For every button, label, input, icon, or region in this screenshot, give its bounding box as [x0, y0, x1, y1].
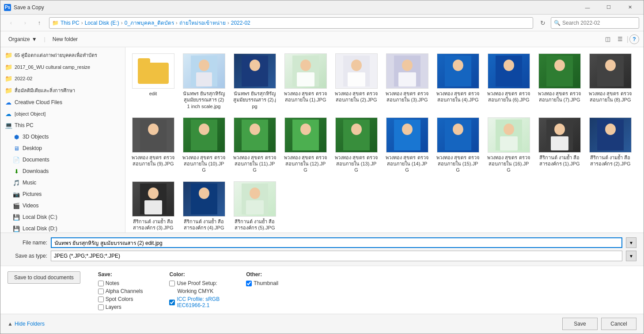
creative-cloud-icon: ☁	[5, 99, 12, 106]
sidebar-item-desktop[interactable]: 🖥 Desktop	[0, 143, 125, 154]
sidebar-item-documents[interactable]: 📄 Documents	[0, 154, 125, 165]
view-details-button[interactable]: ☰	[614, 34, 626, 45]
list-item[interactable]: พวงทอง สุขดร ตรวจสอบภายใน (15).JPG	[435, 116, 481, 175]
use-proof-label: Use Proof Setup:	[177, 280, 217, 286]
svg-rect-23	[551, 72, 568, 86]
list-item[interactable]: พวงทอง สุขดร ตรวจสอบภายใน (8).JPG	[587, 52, 633, 111]
list-item[interactable]: นันทพร ยันรสุกหิรัญ สูมมัยบรรณสาร (2).jp…	[231, 52, 278, 111]
list-item[interactable]: พวงทอง สุขดร ตรวจสอบภายใน (14).JPG	[384, 116, 430, 175]
computer-icon: 💻	[5, 122, 12, 129]
save-button[interactable]: Save	[562, 318, 598, 330]
list-item[interactable]: พวงทอง สุขดร ตรวจสอบภายใน (1).JPG	[282, 52, 329, 111]
chevron-down-icon: ▼	[32, 36, 37, 42]
hide-folders-button[interactable]: Hide Folders	[15, 318, 45, 330]
breadcrumb-folder3[interactable]: 2022-02	[231, 20, 250, 26]
sidebar-item-folder2[interactable]: 📁 2017_06_WU cultural camp_resize	[0, 61, 125, 73]
breadcrumb-local-disk[interactable]: Local Disk (E:)	[85, 20, 119, 26]
list-item[interactable]: นันทพร ยันรสุกหิรัญ สูมมัยบรรณสาร (2) 1 …	[181, 52, 227, 111]
organize-button[interactable]: Organize ▼	[5, 34, 41, 44]
icc-profile-checkbox-row: ICC Profile: sRGBIEC61966-2.1	[169, 296, 220, 308]
close-button[interactable]: ✕	[620, 0, 640, 15]
forward-button[interactable]: ›	[19, 17, 31, 29]
use-proof-checkbox[interactable]	[169, 281, 175, 286]
sidebar-item-pictures[interactable]: 📷 Pictures	[0, 188, 125, 200]
list-item[interactable]: สีริกานต์ งามย้ำ สือสารองค์กร (2).JPG	[587, 116, 633, 175]
list-item[interactable]: edit	[130, 52, 176, 111]
list-item[interactable]: พวงทอง สุขดร ตรวจสอบภายใน (10).JPG	[181, 116, 227, 175]
sidebar-item-folder1[interactable]: 📁 65 คู่มือตกแต่งภาพถ่ายบุคคลเพื่อทำบัตร	[0, 49, 125, 61]
maximize-button[interactable]: ☐	[599, 0, 619, 15]
search-icon: 🔍	[554, 20, 561, 26]
file-name: พวงทอง สุขดร ตรวจสอบภายใน (1).JPG	[284, 90, 327, 103]
list-item[interactable]: สีริกานต์ งามย้ำ สือสารองค์กร (5).JPG	[231, 180, 278, 233]
new-folder-button[interactable]: New folder	[49, 34, 81, 44]
svg-rect-44	[398, 136, 416, 150]
list-item[interactable]: สีริกานต์ งามย้ำ สือสารองค์กร (4).JPG	[181, 180, 227, 233]
save-type-input[interactable]	[51, 251, 622, 261]
organize-label: Organize	[8, 36, 30, 42]
back-button[interactable]: ‹	[5, 17, 17, 29]
list-item[interactable]: พวงทอง สุขดร ตรวจสอบภายใน (12).JPG	[282, 116, 329, 175]
sidebar-item-local-disk-d[interactable]: 💾 Local Disk (D:)	[0, 223, 125, 233]
file-name-input[interactable]	[51, 237, 622, 248]
alpha-channels-checkbox[interactable]	[98, 289, 104, 294]
save-type-dropdown-button[interactable]: ▼	[626, 251, 636, 261]
sidebar-item-videos[interactable]: 🎬 Videos	[0, 200, 125, 211]
title-controls: — ☐ ✕	[577, 0, 640, 15]
help-button[interactable]: ?	[629, 34, 639, 44]
list-item[interactable]: สีริกานต์ งามย้ำ สือสารองค์กร (3).JPG	[130, 180, 176, 233]
list-item[interactable]: พวงทอง สุขดร ตรวจสอบภายใน (2).JPG	[333, 52, 379, 111]
list-item[interactable]: พวงทอง สุขดร ตรวจสอบภายใน (16).JPG	[485, 116, 532, 175]
sidebar-item-folder4[interactable]: 📁 สื่อมัลติมีเดียและสิ่งการศึกษา	[0, 84, 125, 97]
view-large-icons-button[interactable]: ◫	[602, 34, 614, 45]
list-item[interactable]: พวงทอง สุขดร ตรวจสอบภายใน (11).JPG	[231, 116, 278, 175]
breadcrumb-folder1[interactable]: 0_ภาพบุคคล_ติดบัตร	[125, 19, 174, 27]
hide-folders-arrow: ▲	[8, 321, 13, 327]
list-item[interactable]: พวงทอง สุขดร ตรวจสอบภายใน (9).JPG	[130, 116, 176, 175]
breadcrumb-folder2[interactable]: ถ่ายใหม่รอเข้าหน่าย	[179, 19, 226, 27]
sidebar-item-downloads[interactable]: ⬇ Downloads	[0, 165, 125, 177]
thumbnail-label: Thumbnail	[254, 280, 278, 286]
photo-thumbnail	[183, 53, 225, 89]
spot-colors-checkbox[interactable]	[98, 296, 104, 302]
icc-profile-checkbox[interactable]	[169, 300, 175, 305]
list-item[interactable]: พวงทอง สุขดร ตรวจสอบภายใน (4).JPG	[435, 52, 481, 111]
list-item[interactable]: พวงทอง สุขดร ตรวจสอบภายใน (3).JPG	[384, 52, 430, 111]
toolbar: ‹ › ↑ 📁 This PC › Local Disk (E:) › 0_ภา…	[0, 15, 644, 31]
list-item[interactable]: พวงทอง สุขดร ตรวจสอบภายใน (13).JPG	[333, 116, 379, 175]
sidebar-item-label: 2022-02	[15, 76, 32, 81]
cancel-button[interactable]: Cancel	[601, 318, 636, 330]
breadcrumb-this-pc[interactable]: This PC	[61, 20, 80, 26]
save-type-label: Save as type:	[8, 253, 47, 259]
layers-checkbox[interactable]	[98, 304, 104, 310]
up-button[interactable]: ↑	[33, 17, 45, 29]
notes-checkbox[interactable]	[98, 281, 104, 286]
minimize-button[interactable]: —	[577, 0, 598, 15]
svg-point-19	[504, 60, 514, 71]
search-input[interactable]	[562, 20, 636, 26]
svg-rect-14	[398, 72, 416, 86]
list-item[interactable]: พวงทอง สุขดร ตรวจสอบภายใน (7).JPG	[536, 52, 583, 111]
sidebar-item-3d-objects[interactable]: ⬢ 3D Objects	[0, 131, 125, 143]
list-item[interactable]: พวงทอง สุขดร ตรวจสอบภายใน (6).JPG	[485, 52, 532, 111]
svg-point-61	[199, 188, 209, 199]
svg-rect-59	[144, 200, 162, 214]
notes-label: Notes	[106, 280, 119, 286]
sidebar-item-onedrive[interactable]: ☁ [object Object]	[0, 108, 125, 120]
sidebar-item-this-pc[interactable]: 💻 This PC	[0, 120, 125, 131]
photo-thumbnail	[132, 117, 174, 153]
sidebar-item-creative-cloud[interactable]: ☁ Creative Cloud Files	[0, 97, 125, 108]
sidebar-item-label: Desktop	[23, 145, 42, 151]
save-to-cloud-button[interactable]: Save to cloud documents	[8, 271, 80, 284]
list-item[interactable]: สีริกานต์ งามย้ำ สือสารองค์กร (1).JPG	[536, 116, 583, 175]
thumbnail-checkbox[interactable]	[246, 281, 252, 286]
photo-thumbnail	[335, 117, 378, 153]
refresh-button[interactable]: ↻	[537, 17, 549, 29]
file-name: พวงทอง สุขดร ตรวจสอบภายใน (9).JPG	[132, 154, 174, 167]
sidebar-item-local-disk-c[interactable]: 💾 Local Disk (C:)	[0, 211, 125, 223]
sidebar-item-folder3[interactable]: 📁 2022-02	[0, 73, 125, 84]
file-name-dropdown-button[interactable]: ▼	[626, 237, 636, 248]
file-name: edit	[149, 90, 157, 97]
address-bar[interactable]: 📁 This PC › Local Disk (E:) › 0_ภาพบุคคล…	[49, 17, 533, 29]
sidebar-item-music[interactable]: 🎵 Music	[0, 177, 125, 188]
